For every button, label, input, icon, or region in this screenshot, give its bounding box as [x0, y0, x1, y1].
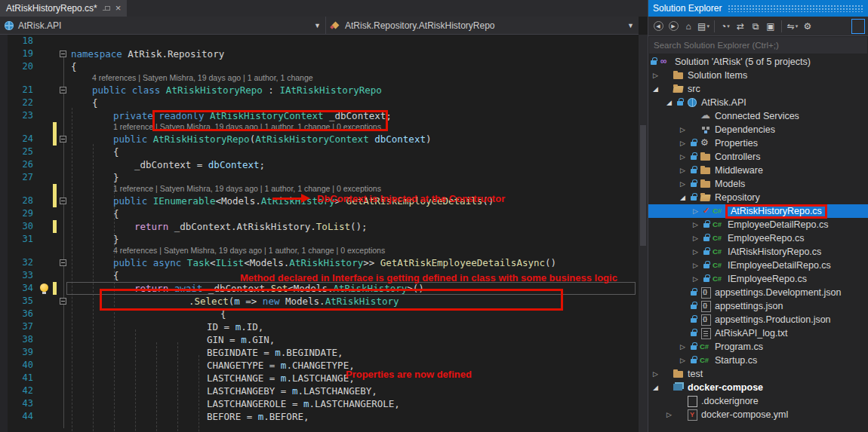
code-text[interactable]: [69, 35, 71, 47]
tree-item-controllers[interactable]: ▷Controllers: [648, 150, 868, 164]
tree-item-employeedetailrepo-cs[interactable]: ▷EmployeeDetailRepo.cs: [648, 218, 868, 231]
show-all-files-icon[interactable]: ▣: [764, 20, 777, 33]
tree-item-appsettings-development-json[interactable]: appsettings.Development.json: [648, 286, 868, 299]
tree-item-properties[interactable]: ▷Properties: [648, 136, 868, 150]
code-line[interactable]: 30return _dbContext.AtRiskHistory.ToList…: [0, 220, 639, 233]
code-line[interactable]: 18: [0, 35, 639, 47]
close-icon[interactable]: ×: [115, 5, 122, 12]
tree-item-dependencies[interactable]: ▷Dependencies: [648, 123, 868, 136]
code-line[interactable]: 21public class AtRiskHistoryRepo : IAtRi…: [0, 84, 639, 97]
code-text[interactable]: ID = m.ID,: [69, 320, 263, 333]
code-text[interactable]: LASTCHANGEBY = m.LASTCHANGEBY,: [69, 385, 377, 397]
tree-item-solution-atrisk-5-of-5-projects[interactable]: Solution 'AtRisk' (5 of 5 projects): [648, 55, 868, 69]
code-line[interactable]: 20{: [0, 60, 639, 73]
tree-item-appsettings-production-json[interactable]: appsettings.Production.json: [648, 313, 868, 326]
code-line[interactable]: 24public AtRiskHistoryRepo(AtRiskHistory…: [0, 133, 639, 146]
code-line[interactable]: 32public async Task<IList<Models.AtRiskH…: [0, 256, 639, 269]
code-text[interactable]: BEFORE = m.BEFORE,: [69, 410, 309, 423]
collapse-all-icon[interactable]: ⧉: [749, 20, 762, 33]
expand-arrow-icon[interactable]: ▷: [693, 207, 703, 215]
codelens-row[interactable]: 4 references | Satyen Mishra, 19 days ag…: [0, 73, 639, 84]
code-line[interactable]: 19namespace AtRisk.Repository: [0, 47, 639, 60]
code-editor[interactable]: 1819namespace AtRisk.Repository20{4 refe…: [0, 35, 639, 432]
tree-item-iatriskhistoryrepo-cs[interactable]: ▷IAtRiskHistoryRepo.cs: [648, 245, 868, 259]
expand-arrow-icon[interactable]: ▷: [680, 357, 690, 364]
code-line[interactable]: 25{: [0, 146, 639, 158]
code-text[interactable]: return _dbContext.AtRiskHistory.ToList()…: [69, 220, 368, 233]
code-line[interactable]: 41LASTCHANGE = m.LASTCHANGE,: [0, 372, 639, 385]
tree-item-connected-services[interactable]: Connected Services: [648, 109, 868, 123]
outline-cell[interactable]: [59, 84, 69, 97]
tree-item-iemployeerepo-cs[interactable]: ▷IEmployeeRepo.cs: [648, 272, 868, 286]
back-icon[interactable]: ◀: [651, 20, 665, 33]
code-line[interactable]: 31}: [0, 233, 639, 246]
code-text[interactable]: }: [69, 171, 119, 184]
code-line[interactable]: 40CHANGETYPE = m.CHANGETYPE,: [0, 359, 639, 372]
collapse-arrow-icon[interactable]: ◢: [653, 384, 663, 391]
tree-item-atriskhistoryrepo-cs[interactable]: ▷✓AtRiskHistoryRepo.cs: [648, 204, 868, 218]
code-text[interactable]: public async Task<IList<Models.AtRiskHis…: [69, 256, 556, 269]
code-line[interactable]: 39BEGINDATE = m.BEGINDATE,: [0, 346, 639, 359]
sync-selection-icon[interactable]: ⇋▾: [786, 20, 799, 33]
code-text[interactable]: GIN = m.GIN,: [69, 333, 275, 346]
code-text[interactable]: BEGINDATE = m.BEGINDATE,: [69, 346, 343, 359]
tree-item-src[interactable]: ◢src: [648, 82, 868, 96]
code-text[interactable]: {: [69, 60, 77, 73]
project-dropdown[interactable]: AtRisk.API ▼: [0, 17, 326, 34]
partial-focused-icon[interactable]: [851, 19, 865, 34]
code-line[interactable]: 26_dbContext = dbContext;: [0, 158, 639, 171]
collapse-arrow-icon[interactable]: ◢: [666, 99, 676, 106]
expand-arrow-icon[interactable]: ▷: [693, 221, 703, 228]
outline-cell[interactable]: [59, 295, 69, 308]
code-text[interactable]: namespace AtRisk.Repository: [69, 47, 224, 60]
expand-arrow-icon[interactable]: ▷: [680, 153, 690, 161]
code-text[interactable]: CHANGETYPE = m.CHANGETYPE,: [69, 359, 355, 372]
tree-item-dockerignore[interactable]: .dockerignore: [648, 394, 868, 408]
code-line[interactable]: 37ID = m.ID,: [0, 320, 639, 333]
code-line[interactable]: 22{: [0, 97, 639, 109]
code-line[interactable]: 42LASTCHANGEBY = m.LASTCHANGEBY,: [0, 385, 639, 397]
code-text[interactable]: LASTCHANGEROLE = m.LASTCHANGEROLE,: [69, 397, 400, 410]
tree-item-appsettings-json[interactable]: appsettings.json: [648, 299, 868, 313]
tree-item-program-cs[interactable]: ▷Program.cs: [648, 340, 868, 354]
outline-cell[interactable]: [59, 256, 69, 269]
tree-item-solution-items[interactable]: ▷Solution Items: [648, 69, 868, 82]
expand-arrow-icon[interactable]: ▷: [680, 180, 690, 188]
code-line[interactable]: 44BEFORE = m.BEFORE,: [0, 410, 639, 423]
expand-arrow-icon[interactable]: ▷: [693, 234, 703, 242]
expand-arrow-icon[interactable]: ▷: [680, 167, 690, 174]
expand-arrow-icon[interactable]: ▷: [680, 139, 690, 147]
codelens-row[interactable]: 4 references | Satyen Mishra, 19 days ag…: [0, 246, 639, 256]
tree-item-docker-compose-yml[interactable]: ▷docker-compose.yml: [648, 408, 868, 421]
tree-item-employeerepo-cs[interactable]: ▷EmployeeRepo.cs: [648, 231, 868, 245]
code-text[interactable]: LASTCHANGE = m.LASTCHANGE,: [69, 372, 355, 385]
code-line[interactable]: 29{: [0, 207, 639, 220]
expand-arrow-icon[interactable]: ▷: [653, 370, 663, 378]
expand-arrow-icon[interactable]: ▷: [693, 248, 703, 256]
code-text[interactable]: {: [69, 146, 119, 158]
tree-item-repository[interactable]: ◢Repository: [648, 191, 868, 204]
codelens-text[interactable]: 4 references | Satyen Mishra, 19 days ag…: [69, 73, 313, 84]
expand-arrow-icon[interactable]: ▷: [693, 262, 703, 269]
expand-arrow-icon[interactable]: ▷: [653, 72, 663, 79]
solution-explorer-title-bar[interactable]: Solution Explorer: [648, 0, 868, 17]
code-text[interactable]: public AtRiskHistoryRepo(AtRiskHistoryCo…: [69, 133, 431, 146]
outline-cell[interactable]: [59, 47, 69, 60]
sync-with-active-document-icon[interactable]: ⇄: [734, 20, 747, 33]
tree-item-test[interactable]: ▷test: [648, 367, 868, 381]
codelens-text[interactable]: 4 references | Satyen Mishra, 19 days ag…: [69, 246, 385, 256]
expand-arrow-icon[interactable]: ▷: [693, 275, 703, 283]
home-icon[interactable]: ⌂: [682, 20, 695, 33]
code-text[interactable]: {: [69, 207, 119, 220]
code-line[interactable]: 43LASTCHANGEROLE = m.LASTCHANGEROLE,: [0, 397, 639, 410]
switch-views-icon[interactable]: ▤▾: [697, 20, 710, 33]
code-text[interactable]: public class AtRiskHistoryRepo : IAtRisk…: [69, 84, 382, 97]
tree-item-startup-cs[interactable]: ▷Startup.cs: [648, 354, 868, 367]
expand-arrow-icon[interactable]: ▷: [680, 126, 690, 133]
expand-arrow-icon[interactable]: ▷: [680, 343, 690, 351]
collapse-arrow-icon[interactable]: ◢: [653, 85, 663, 93]
tree-item-docker-compose[interactable]: ◢docker-compose: [648, 381, 868, 394]
editor-scrollbar[interactable]: [639, 35, 648, 432]
chevron-down-icon[interactable]: ▼: [314, 22, 321, 29]
code-text[interactable]: _dbContext = dbContext;: [69, 158, 265, 171]
